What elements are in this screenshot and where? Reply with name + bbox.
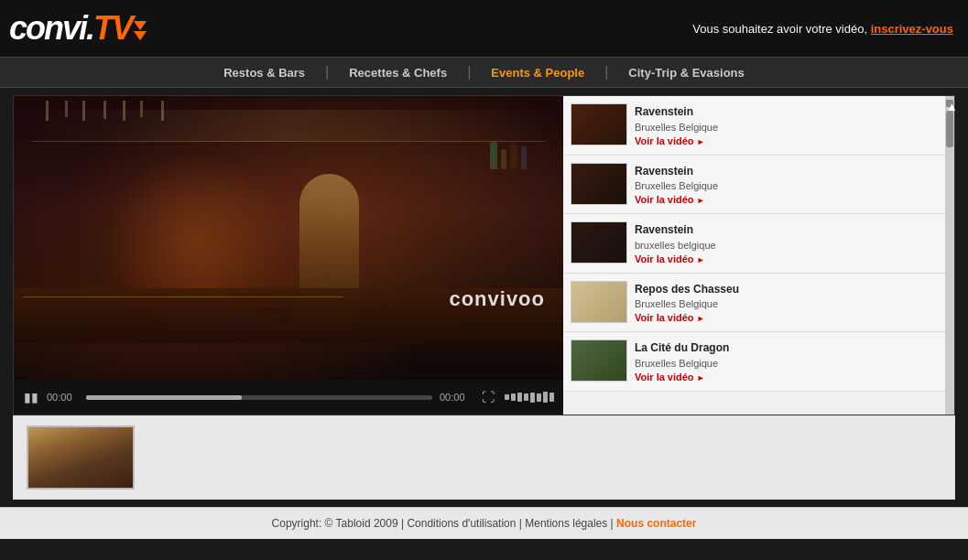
vol-bar-8 [549,393,554,402]
thumbnail-strip [13,415,955,500]
signup-link[interactable]: inscrivez-vous [871,22,953,36]
vol-bar-6 [537,393,541,402]
video-scene [14,96,563,380]
video-thumb-2 [571,163,627,205]
logo-tv-text: TV [93,9,132,48]
brand-overlay: convivoo [449,287,545,311]
video-link-2[interactable]: Voir la vidéo ► [635,194,705,205]
content-wrapper: convivoo ▮▮ 00:00 00:00 ⛶ [13,95,955,415]
video-thumb-5 [571,339,627,382]
progress-fill [86,395,242,400]
video-title-2: Ravenstein [635,165,938,179]
video-location-1: Bruxelles Belgique [635,122,938,133]
video-info-3: Ravensteinbruxelles belgiqueVoir la vidé… [635,221,938,265]
video-info-1: RavensteinBruxelles BelgiqueVoir la vidé… [635,103,938,147]
hanging-glasses [41,96,536,146]
vol-bar-1 [505,394,509,400]
video-title-5: La Cité du Dragon [635,341,938,356]
vol-bar-7 [543,392,548,403]
video-title-3: Ravenstein [635,223,938,238]
video-list-item-3[interactable]: Ravensteinbruxelles belgiqueVoir la vidé… [563,214,945,274]
fullscreen-button[interactable]: ⛶ [479,390,497,404]
vol-bar-2 [511,393,516,401]
video-title-1: Ravenstein [635,105,938,120]
scrollbar[interactable]: ▲ [945,96,954,415]
video-list-item-2[interactable]: RavensteinBruxelles BelgiqueVoir la vidé… [563,156,945,215]
logo[interactable]: convi.TV [9,9,147,48]
scroll-thumb[interactable] [946,111,953,147]
main-content: convivoo ▮▮ 00:00 00:00 ⛶ [0,88,968,507]
vol-bar-3 [517,393,522,402]
strip-thumb-1[interactable] [27,425,135,490]
video-link-3[interactable]: Voir la vidéo ► [635,253,705,264]
play-pause-button[interactable]: ▮▮ [23,390,39,404]
nav-item-events[interactable]: Events & People [471,58,604,87]
video-location-5: Bruxelles Belgique [635,358,938,369]
header: convi.TV Vous souhaitez avoir votre vidé… [0,0,968,57]
header-notice: Vous souhaitez avoir votre vidéo, inscri… [692,22,953,36]
scroll-up-arrow[interactable]: ▲ [946,100,953,107]
video-info-4: Repos des ChasseuBruxelles BelgiqueVoir … [635,281,938,325]
video-controls: ▮▮ 00:00 00:00 ⛶ [14,380,563,415]
video-link-1[interactable]: Voir la vidéo ► [635,135,705,146]
footer: Copyright: © Tabloid 2009 | Conditions d… [0,507,968,539]
video-player[interactable]: convivoo ▮▮ 00:00 00:00 ⛶ [14,96,563,415]
video-list-item-4[interactable]: Repos des ChasseuBruxelles BelgiqueVoir … [563,274,945,333]
sidebar-video-list[interactable]: RavensteinBruxelles BelgiqueVoir la vidé… [563,96,945,415]
video-display[interactable]: convivoo [14,96,563,380]
time-current: 00:00 [47,392,79,403]
progress-bar[interactable] [86,395,432,400]
main-nav: Restos & Bars | Recettes & Chefs | Event… [0,57,968,88]
video-info-5: La Cité du DragonBruxelles BelgiqueVoir … [635,339,938,383]
video-link-4[interactable]: Voir la vidéo ► [635,312,705,323]
video-thumb-4 [571,281,627,323]
volume-control[interactable] [505,392,554,403]
video-thumb-1 [571,103,627,145]
time-total: 00:00 [440,392,472,403]
video-info-2: RavensteinBruxelles BelgiqueVoir la vidé… [635,163,938,207]
nav-item-city[interactable]: City-Trip & Evasions [608,58,764,87]
video-title-4: Repos des Chasseu [635,283,938,297]
video-location-4: Bruxelles Belgique [635,298,938,309]
video-link-5[interactable]: Voir la vidéo ► [635,372,705,382]
video-location-2: Bruxelles Belgique [635,180,938,191]
video-list-item-5[interactable]: La Cité du DragonBruxelles BelgiqueVoir … [563,332,945,392]
vol-bar-4 [524,393,528,401]
logo-convi-text: convi. [9,9,93,48]
copyright-text: Copyright: © Tabloid 2009 | Conditions d… [272,517,616,530]
video-thumb-3 [571,221,627,264]
sidebar-wrapper: RavensteinBruxelles BelgiqueVoir la vidé… [563,96,954,415]
video-list-item-1[interactable]: RavensteinBruxelles BelgiqueVoir la vidé… [563,96,945,156]
contact-link[interactable]: Nous contacter [616,517,696,530]
nav-item-restos[interactable]: Restos & Bars [203,58,325,87]
vol-bar-5 [530,393,535,403]
video-location-3: bruxelles belgique [635,240,938,251]
nav-item-recettes[interactable]: Recettes & Chefs [329,58,467,87]
